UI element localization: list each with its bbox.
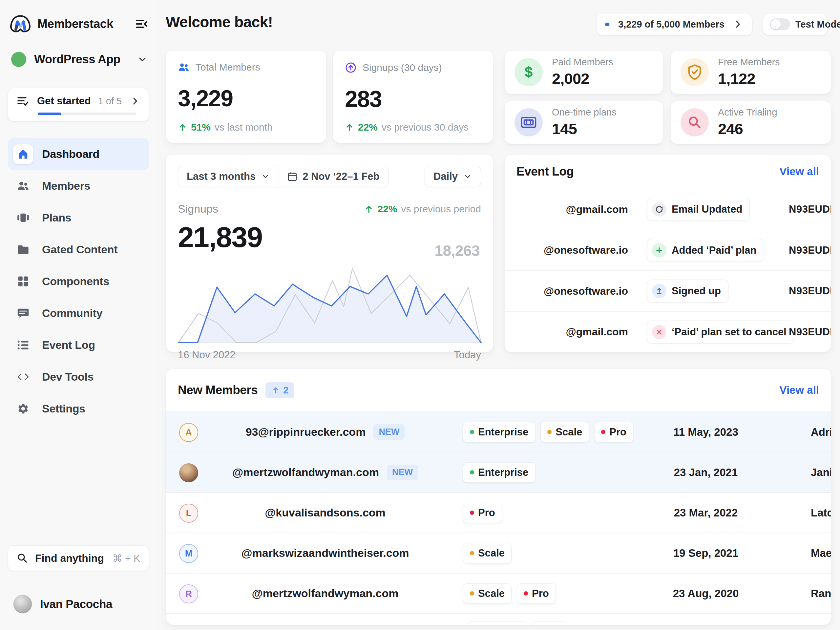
test-mode-toggle[interactable]	[770, 18, 790, 30]
sidebar-item-community[interactable]: Community	[8, 297, 149, 329]
new-members-title: New Members	[178, 383, 257, 397]
event-row[interactable]: @gmail.com ‘Paid’ plan set to cancel N93…	[505, 311, 831, 352]
stat-value: 1,122	[718, 69, 780, 88]
chevron-right-icon	[129, 95, 141, 107]
new-members-view-all-link[interactable]: View all	[780, 384, 819, 396]
sidebar-item-label: Plans	[42, 211, 71, 224]
sidebar-item-settings[interactable]: Settings	[8, 393, 149, 425]
one-time-plans-card: One-time plans 145	[504, 101, 663, 144]
member-name: Mae	[811, 533, 831, 573]
code-icon	[13, 371, 33, 383]
refresh-icon	[652, 202, 666, 216]
gear-icon	[13, 403, 33, 415]
event-log-view-all-link[interactable]: View all	[780, 165, 819, 178]
get-started-progress	[38, 112, 136, 115]
chart-area-current	[178, 275, 481, 343]
granularity-select[interactable]: Daily	[425, 166, 481, 187]
test-mode-control: Test Mode	[763, 13, 827, 35]
new-members-count-badge: 2	[265, 382, 294, 398]
members-quota-button[interactable]: 3,229 of 5,000 Members	[596, 13, 752, 35]
event-email: @gmail.com	[516, 326, 628, 338]
x-icon	[652, 325, 666, 339]
event-badge: Email Updated	[647, 198, 750, 221]
chart-change: 22%	[377, 204, 397, 215]
active-trialing-card: Active Trialing 246	[670, 101, 831, 144]
event-badge: Added ‘Paid’ plan	[647, 239, 764, 262]
signups-line-chart: 16 Nov 2022 Today	[178, 262, 481, 361]
sidebar-item-members[interactable]: Members	[8, 170, 149, 202]
brand-name: Memberstack	[38, 17, 113, 31]
member-signup-date: 23 Mar, 2022	[658, 493, 753, 532]
stat-label: One-time plans	[552, 107, 617, 118]
event-email: @onesoftware.io	[516, 285, 628, 297]
workspace-name: WordPress App	[34, 52, 120, 66]
event-row[interactable]: @onesoftware.io Signed up N93EUDHS	[505, 270, 831, 311]
member-row[interactable]: M @markswizaandwintheiser.com Scale 19 S…	[166, 532, 831, 573]
search-input[interactable]: Find anything ⌘ + K	[8, 545, 149, 571]
event-row[interactable]: @gmail.com Email Updated N93EUDHS	[505, 189, 831, 230]
member-name: Jani	[811, 453, 831, 492]
event-id: N93EUDHS	[789, 326, 831, 338]
date-range-control: Last 3 months 2 Nov ‘22–1 Feb	[178, 166, 388, 187]
member-email: @kuvalisandsons.com	[265, 506, 385, 519]
paid-members-card: $ Paid Members 2,002	[504, 50, 663, 94]
member-row[interactable]: L @kuvalisandsons.com Pro 23 Mar, 2022 L…	[166, 492, 831, 532]
avatar: R	[179, 584, 198, 603]
event-badge: ‘Paid’ plan set to cancel	[647, 321, 794, 344]
sidebar-item-gated-content[interactable]: Gated Content	[8, 234, 149, 265]
sidebar-item-label: Settings	[42, 402, 85, 415]
collapse-sidebar-icon[interactable]	[134, 17, 148, 31]
sidebar-item-components[interactable]: Components	[8, 265, 149, 297]
avatar	[13, 595, 32, 614]
member-signup-date: 23 Aug, 2020	[658, 573, 753, 613]
event-id: N93EUDHS	[789, 285, 831, 297]
event-row[interactable]: @onesoftware.io Added ‘Paid’ plan N93EUD…	[505, 230, 831, 271]
avatar: A	[179, 423, 198, 442]
workspace-switcher[interactable]: WordPress App	[11, 52, 148, 67]
stat-label: Active Trialing	[718, 107, 777, 118]
user-menu[interactable]: Ivan Pacocha	[13, 595, 112, 614]
sidebar-nav: Dashboard Members Plans Gated Content	[8, 138, 149, 425]
range-select[interactable]: Last 3 months	[178, 166, 279, 187]
member-row-partial	[166, 613, 831, 625]
member-row[interactable]: A 93@rippinruecker.com NEW Enterprise Sc…	[166, 412, 831, 452]
list-icon	[13, 339, 33, 351]
avatar: L	[179, 504, 198, 523]
sidebar-item-label: Event Log	[42, 339, 95, 351]
member-row[interactable]: R @mertzwolfandwyman.com Scale Pro 23 Au…	[166, 573, 831, 613]
plan-badge: Pro	[463, 503, 502, 523]
sidebar-item-dashboard[interactable]: Dashboard	[8, 138, 149, 170]
plan-badge: Scale	[463, 583, 512, 604]
event-id: N93EUDHS	[789, 204, 831, 215]
sidebar-item-label: Members	[42, 180, 90, 192]
circle-arrow-up-icon	[345, 62, 357, 74]
member-email: @markswizaandwintheiser.com	[241, 547, 409, 559]
member-name: Latc	[811, 493, 831, 532]
member-plans: Enterprise	[463, 453, 535, 492]
arrow-up-icon	[364, 204, 373, 214]
sidebar: Memberstack WordPress App	[0, 0, 157, 630]
memberstack-dashboard: Memberstack WordPress App	[0, 0, 840, 630]
member-signup-date: 23 Jan, 2021	[658, 453, 753, 492]
chevron-down-icon	[136, 54, 148, 65]
member-signup-date: 11 May, 2023	[658, 412, 753, 452]
sidebar-item-label: Gated Content	[42, 243, 117, 256]
date-range-picker[interactable]: 2 Nov ‘22–1 Feb	[279, 166, 388, 187]
sidebar-item-dev-tools[interactable]: Dev Tools	[8, 361, 149, 393]
get-started-card[interactable]: Get started 1 of 5	[8, 88, 149, 122]
stat-value: 145	[552, 120, 617, 138]
member-row[interactable]: @mertzwolfandwyman.com NEW Enterprise 23…	[166, 452, 831, 492]
plus-icon	[652, 243, 666, 257]
member-name: Adri	[811, 412, 831, 452]
search-placeholder: Find anything	[35, 552, 104, 564]
new-members-card: New Members 2 View all A 93@rippinruecke…	[166, 368, 831, 625]
checklist-icon	[16, 94, 30, 108]
sidebar-divider	[8, 587, 149, 587]
get-started-label: Get started	[37, 95, 91, 107]
sidebar-item-event-log[interactable]: Event Log	[8, 329, 149, 361]
member-email: @mertzwolfandwyman.com	[232, 466, 379, 479]
new-badge: NEW	[387, 465, 418, 480]
sidebar-item-plans[interactable]: Plans	[8, 202, 149, 234]
chart-compare: vs previous period	[401, 204, 481, 215]
test-mode-label: Test Mode	[795, 19, 840, 30]
